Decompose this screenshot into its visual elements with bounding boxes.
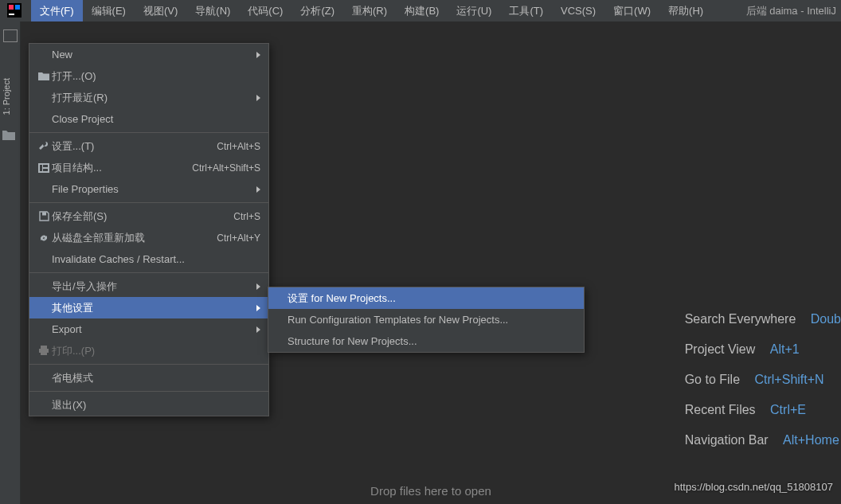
menu-build[interactable]: 构建(B) [396, 0, 448, 21]
menu-window[interactable]: 窗口(W) [604, 0, 659, 21]
svg-rect-7 [41, 346, 47, 349]
menu-separator [29, 272, 268, 273]
submenu-arrow-icon [256, 326, 260, 333]
svg-rect-4 [43, 165, 48, 167]
menu-separator [29, 202, 268, 203]
settings-for-new-projects[interactable]: 设置 for New Projects... [268, 287, 584, 309]
toolwindow-project-icon[interactable] [3, 29, 18, 42]
window-title: 后端 daima - IntelliJ [741, 0, 841, 21]
file-print[interactable]: 打印...(P) [29, 340, 268, 361]
submenu-arrow-icon [256, 283, 260, 290]
svg-rect-9 [41, 352, 47, 355]
svg-rect-6 [42, 213, 46, 216]
tip-search-everywhere: Search Everywhere Doub [685, 312, 841, 326]
structure-for-new-projects[interactable]: Structure for New Projects... [268, 330, 584, 352]
svg-rect-1 [9, 14, 14, 15]
sync-icon [36, 232, 52, 244]
menu-run[interactable]: 运行(U) [448, 0, 500, 21]
file-new[interactable]: New [29, 44, 268, 65]
watermark-text: https://blog.csdn.net/qq_51808107 [675, 481, 834, 493]
menu-help[interactable]: 帮助(H) [659, 0, 712, 21]
file-power-save[interactable]: 省电模式 [29, 367, 268, 389]
file-save-all[interactable]: 保存全部(S) Ctrl+S [29, 205, 268, 227]
file-export[interactable]: Export [29, 318, 268, 340]
menubar: 文件(F) 编辑(E) 视图(V) 导航(N) 代码(C) 分析(Z) 重构(R… [0, 0, 841, 21]
menu-file[interactable]: 文件(F) [31, 0, 83, 21]
menu-refactor[interactable]: 重构(R) [343, 0, 396, 21]
file-other-settings[interactable]: 其他设置 [29, 297, 268, 318]
submenu-arrow-icon [256, 305, 260, 311]
menu-tools[interactable]: 工具(T) [500, 0, 552, 21]
welcome-tips: Search Everywhere Doub Project View Alt+… [685, 312, 841, 463]
svg-rect-3 [40, 165, 42, 171]
submenu-arrow-icon [256, 186, 260, 193]
tool-window-strip-left: 1: Project [0, 21, 21, 504]
tip-recent-files: Recent Files Ctrl+E [685, 403, 841, 417]
file-invalidate-caches[interactable]: Invalidate Caches / Restart... [29, 248, 268, 270]
file-settings[interactable]: 设置...(T) Ctrl+Alt+S [29, 135, 268, 157]
tip-nav-bar: Navigation Bar Alt+Home [685, 433, 841, 447]
file-dropdown-menu: New 打开...(O) 打开最近(R) Close Project 设置...… [29, 43, 269, 416]
tip-go-to-file: Go to File Ctrl+Shift+N [685, 373, 841, 387]
menu-separator [29, 364, 268, 365]
run-config-templates-new-projects[interactable]: Run Configuration Templates for New Proj… [268, 309, 584, 330]
file-reload-from-disk[interactable]: 从磁盘全部重新加载 Ctrl+Alt+Y [29, 227, 268, 248]
main-body: 1: Project Search Everywhere Doub Projec… [0, 21, 841, 504]
save-icon [36, 211, 52, 221]
intellij-logo-icon [6, 2, 23, 19]
menu-vcs[interactable]: VCS(S) [552, 0, 604, 21]
wrench-icon [36, 141, 52, 152]
print-icon [36, 346, 52, 356]
file-import-export[interactable]: 导出/导入操作 [29, 275, 268, 297]
menu-edit[interactable]: 编辑(E) [83, 0, 135, 21]
toolwindow-commander-icon[interactable] [2, 129, 16, 142]
toolwindow-project-label[interactable]: 1: Project [2, 78, 11, 115]
tip-project-view: Project View Alt+1 [685, 342, 841, 357]
file-exit[interactable]: 退出(X) [29, 394, 268, 416]
menu-code[interactable]: 代码(C) [239, 0, 291, 21]
file-close-project[interactable]: Close Project [29, 108, 268, 130]
menu-separator [29, 132, 268, 133]
file-file-properties[interactable]: File Properties [29, 178, 268, 200]
menu-separator [29, 391, 268, 392]
file-open-recent[interactable]: 打开最近(R) [29, 87, 268, 108]
file-open[interactable]: 打开...(O) [29, 65, 268, 87]
menu-analyze[interactable]: 分析(Z) [291, 0, 343, 21]
folder-open-icon [36, 72, 52, 81]
submenu-arrow-icon [256, 95, 260, 101]
svg-rect-5 [43, 169, 48, 171]
submenu-arrow-icon [256, 52, 260, 58]
file-project-structure[interactable]: 项目结构... Ctrl+Alt+Shift+S [29, 157, 268, 178]
menu-navigate[interactable]: 导航(N) [186, 0, 239, 21]
other-settings-submenu: 设置 for New Projects... Run Configuration… [268, 287, 585, 353]
project-structure-icon [36, 163, 52, 173]
menu-view[interactable]: 视图(V) [135, 0, 186, 21]
